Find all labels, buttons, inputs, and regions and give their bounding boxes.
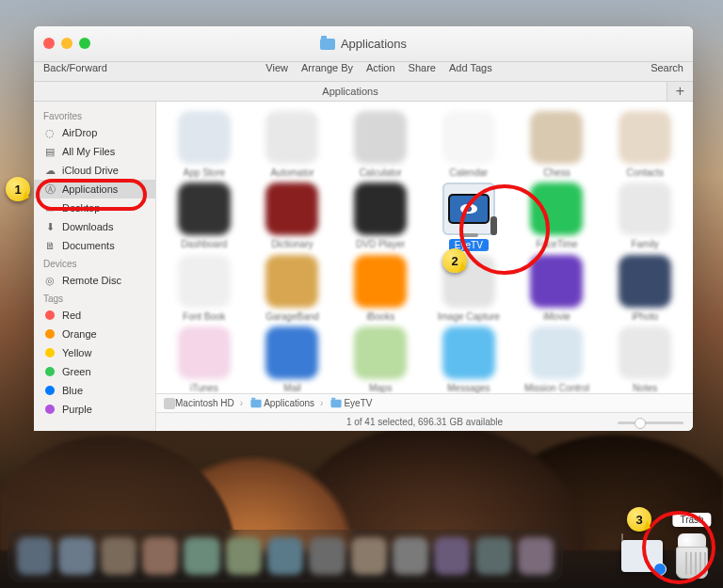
icon-size-slider[interactable]	[618, 418, 683, 427]
sidebar-item-tag-green[interactable]: Green	[34, 362, 155, 381]
app-notes[interactable]: Notes	[602, 326, 687, 394]
app-family[interactable]: Family	[602, 183, 687, 252]
sidebar-item-tag-yellow[interactable]: Yellow	[34, 343, 155, 362]
app-mission-control[interactable]: Mission Control	[515, 326, 600, 394]
app-label: Chess	[543, 167, 570, 178]
app-label: Calendar	[450, 167, 489, 178]
new-tab-button[interactable]: +	[667, 82, 693, 101]
dock-app-icon[interactable]	[101, 537, 137, 575]
app-calculator[interactable]: Calculator	[338, 111, 423, 179]
dock-app-icon[interactable]	[58, 537, 94, 575]
dock-app-icon[interactable]	[184, 537, 219, 575]
path-segment-applications[interactable]: Applications	[249, 398, 314, 409]
app-automator[interactable]: Automator	[250, 111, 335, 179]
app-dictionary[interactable]: Dictionary	[250, 183, 335, 252]
sidebar-item-applications[interactable]: ⒶApplications	[34, 180, 155, 199]
app-label: iBooks	[366, 311, 394, 322]
tag-dot-icon	[43, 384, 56, 397]
dock-app-icon[interactable]	[434, 537, 470, 575]
app-label: Contacts	[626, 167, 663, 178]
sidebar-item-remotedisc[interactable]: ◎Remote Disc	[34, 271, 155, 290]
sidebar-heading-tags: Tags	[34, 290, 155, 306]
dock[interactable]	[8, 530, 563, 582]
app-facetime[interactable]: FaceTime	[515, 183, 600, 252]
app-garageband[interactable]: GarageBand	[250, 255, 335, 323]
icon-grid[interactable]: App StoreAutomatorCalculatorCalendarChes…	[156, 102, 693, 393]
app-iphoto[interactable]: iPhoto	[602, 255, 687, 323]
app-icon	[354, 183, 407, 235]
app-contacts[interactable]: Contacts	[602, 111, 687, 179]
path-segment-eyetv[interactable]: EyeTV	[329, 398, 372, 409]
sidebar-item-iclouddrive[interactable]: ☁iCloud Drive	[34, 161, 155, 180]
app-imovie[interactable]: iMovie	[515, 255, 600, 323]
sidebar-item-label: Documents	[62, 240, 115, 251]
sidebar-item-documents[interactable]: 🗎Documents	[34, 236, 155, 255]
tag-dot-icon	[43, 365, 56, 378]
toolbar-action[interactable]: Action	[366, 62, 395, 73]
sidebar-item-allmyfiles[interactable]: ▤All My Files	[34, 142, 155, 161]
dock-app-icon[interactable]	[475, 537, 511, 575]
toolbar-add-tags[interactable]: Add Tags	[449, 62, 492, 73]
dock-trash[interactable]: Trash	[672, 533, 712, 579]
dock-app-icon[interactable]	[309, 537, 345, 575]
sidebar-item-label: All My Files	[62, 146, 115, 157]
tab-bar: Applications +	[34, 81, 693, 102]
annotation-badge-2: 2	[442, 248, 467, 273]
sidebar-item-airdrop[interactable]: ◌AirDrop	[34, 123, 155, 142]
dock-app-icon[interactable]	[226, 537, 262, 575]
search-field[interactable]: Search	[651, 62, 683, 73]
app-calendar[interactable]: Calendar	[426, 111, 511, 179]
toolbar-view[interactable]: View	[265, 62, 288, 73]
app-font-book[interactable]: Font Book	[162, 255, 247, 323]
window-title-text: Applications	[341, 37, 407, 51]
app-app-store[interactable]: App Store	[162, 111, 247, 179]
dock-app-icon[interactable]	[351, 537, 387, 575]
app-chess[interactable]: Chess	[515, 111, 600, 179]
app-label: FaceTime	[536, 239, 577, 249]
sidebar-item-desktop[interactable]: ▭Desktop	[34, 199, 155, 217]
back-forward-button[interactable]: Back/Forward	[43, 62, 107, 73]
sidebar-item-label: Yellow	[62, 347, 91, 358]
app-label: App Store	[184, 167, 225, 178]
app-icon	[619, 111, 671, 164]
path-bar[interactable]: Macintosh HD› Applications› EyeTV	[156, 393, 693, 412]
sidebar: Favorites◌AirDrop▤All My Files☁iCloud Dr…	[34, 102, 156, 431]
app-messages[interactable]: Messages	[426, 326, 511, 394]
titlebar[interactable]: Applications	[34, 26, 693, 62]
app-eyetv[interactable]: EyeTV	[426, 183, 511, 252]
app-dashboard[interactable]: Dashboard	[162, 183, 247, 252]
dock-app-icon[interactable]	[393, 537, 428, 575]
app-icon	[178, 255, 231, 308]
content-area: App StoreAutomatorCalculatorCalendarChes…	[156, 102, 693, 431]
app-label: Font Book	[183, 311, 226, 322]
app-icon	[530, 326, 583, 379]
annotation-badge-3: 3	[627, 507, 651, 532]
trash-tooltip: Trash	[672, 513, 711, 527]
path-segment-macintosh-hd[interactable]: Macintosh HD	[164, 398, 234, 409]
app-dvd-player[interactable]: DVD Player	[338, 183, 423, 252]
tag-dot-icon	[43, 346, 56, 359]
dock-app-icon[interactable]	[17, 537, 53, 575]
sidebar-item-tag-orange[interactable]: Orange	[34, 325, 155, 343]
app-label: Mail	[283, 383, 300, 393]
toolbar-arrange-by[interactable]: Arrange By	[301, 62, 353, 73]
app-mail[interactable]: Mail	[250, 326, 335, 394]
app-itunes[interactable]: iTunes	[162, 326, 247, 394]
tag-dot-icon	[43, 327, 56, 341]
sidebar-item-tag-purple[interactable]: Purple	[34, 400, 155, 419]
dock-finder-window-icon[interactable]	[621, 540, 663, 572]
app-ibooks[interactable]: iBooks	[338, 255, 423, 323]
app-icon	[265, 326, 318, 379]
dock-app-icon[interactable]	[518, 537, 554, 575]
dock-app-icon[interactable]	[267, 537, 303, 575]
sidebar-item-downloads[interactable]: ⬇Downloads	[34, 217, 155, 236]
app-maps[interactable]: Maps	[338, 326, 423, 394]
tab-applications[interactable]: Applications	[34, 82, 667, 101]
sidebar-item-label: AirDrop	[62, 127, 97, 138]
dock-app-icon[interactable]	[142, 537, 178, 575]
sidebar-item-tag-blue[interactable]: Blue	[34, 381, 155, 400]
sidebar-item-tag-red[interactable]: Red	[34, 306, 155, 325]
app-label: iPhoto	[632, 311, 658, 322]
toolbar-share[interactable]: Share	[409, 62, 436, 73]
downloads-icon: ⬇	[43, 220, 56, 233]
